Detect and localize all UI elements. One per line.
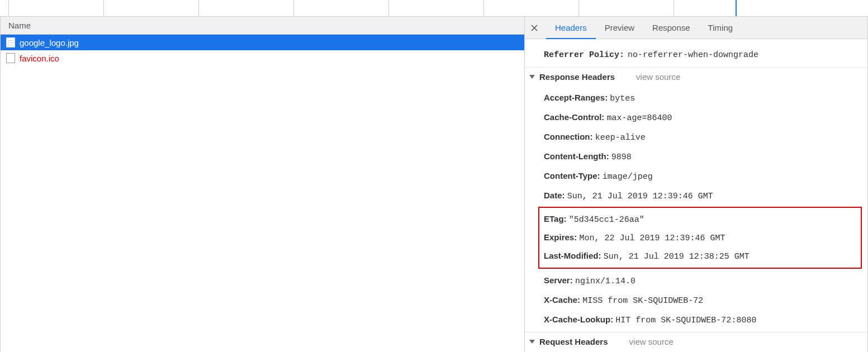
caret-down-icon <box>529 340 535 344</box>
response-header-row: Date: Sun, 21 Jul 2019 12:39:46 GMT <box>544 186 867 206</box>
response-headers-title: Response Headers <box>539 72 615 82</box>
header-value: max-age=86400 <box>607 113 672 123</box>
header-value: HIT from SK-SQUIDWEB-72:8080 <box>615 316 756 325</box>
request-filename: google_logo.jpg <box>20 38 79 47</box>
header-key: Server: <box>544 275 575 285</box>
network-request-row[interactable]: favicon.ico <box>1 50 524 66</box>
header-key: Accept-Ranges: <box>544 93 610 102</box>
response-header-row: Content-Type: image/jpeg <box>544 167 867 186</box>
header-key: Last-Modified: <box>544 251 604 260</box>
tab-headers[interactable]: Headers <box>546 17 596 39</box>
request-headers-title: Request Headers <box>539 337 608 346</box>
header-value: 9898 <box>611 153 632 162</box>
header-key: Content-Length: <box>544 151 611 161</box>
highlighted-headers: ETag: "5d345cc1-26aa"Expires: Mon, 22 Ju… <box>538 207 862 269</box>
toolbar-cell[interactable] <box>389 0 484 16</box>
general-referrer-policy: Referrer Policy:no-referrer-when-downgra… <box>525 46 867 65</box>
request-headers-section[interactable]: Request Headers view source <box>525 332 867 351</box>
tab-timing[interactable]: Timing <box>699 17 742 39</box>
file-icon <box>6 53 15 63</box>
network-request-list: google_logo.jpgfavicon.ico <box>1 35 524 352</box>
column-header-name[interactable]: Name <box>1 17 524 35</box>
close-icon[interactable] <box>528 22 540 34</box>
toolbar-cell[interactable] <box>0 0 9 16</box>
header-value: Sun, 21 Jul 2019 12:38:25 GMT <box>604 252 750 261</box>
response-header-row: Expires: Mon, 22 Jul 2019 12:39:46 GMT <box>544 229 856 247</box>
header-value: bytes <box>610 94 635 103</box>
network-request-list-panel: Name google_logo.jpgfavicon.ico <box>1 17 525 352</box>
header-key: X-Cache: <box>544 295 582 305</box>
response-header-row: Cache-Control: max-age=86400 <box>544 108 867 127</box>
toolbar-filler <box>737 0 868 16</box>
response-header-row: Content-Length: 9898 <box>544 147 867 167</box>
toolbar-cell[interactable] <box>674 0 737 16</box>
header-value: image/jpeg <box>603 172 653 182</box>
toolbar-cell[interactable] <box>9 0 104 16</box>
response-header-row: Accept-Ranges: bytes <box>544 88 867 108</box>
toolbar-tabstrip <box>0 0 868 17</box>
network-request-row[interactable]: google_logo.jpg <box>1 35 524 50</box>
header-key: Date: <box>544 191 567 200</box>
request-filename: favicon.ico <box>20 54 59 63</box>
file-icon <box>6 37 15 47</box>
tab-preview[interactable]: Preview <box>596 17 643 39</box>
toolbar-cell[interactable] <box>199 0 294 16</box>
header-value: nginx/1.14.0 <box>575 277 635 286</box>
detail-tabs: HeadersPreviewResponseTiming <box>525 17 867 39</box>
view-source-link[interactable]: view source <box>636 72 680 82</box>
header-key: Expires: <box>544 232 579 242</box>
header-key: Connection: <box>544 132 595 141</box>
toolbar-cell[interactable] <box>104 0 199 16</box>
view-source-link[interactable]: view source <box>629 337 673 346</box>
response-header-row: Last-Modified: Sun, 21 Jul 2019 12:38:25… <box>544 247 856 265</box>
toolbar-cell[interactable] <box>294 0 389 16</box>
caret-down-icon <box>529 75 535 79</box>
header-value: "5d345cc1-26aa" <box>569 215 644 225</box>
header-key: Cache-Control: <box>544 112 607 122</box>
header-key: X-Cache-Lookup: <box>544 315 615 324</box>
headers-body: Referrer Policy:no-referrer-when-downgra… <box>525 39 867 352</box>
header-key: ETag: <box>544 214 569 223</box>
tab-response[interactable]: Response <box>643 17 699 39</box>
response-header-row: X-Cache: MISS from SK-SQUIDWEB-72 <box>544 291 867 310</box>
header-value: Mon, 22 Jul 2019 12:39:46 GMT <box>579 234 725 243</box>
response-header-row: Server: nginx/1.14.0 <box>544 271 867 291</box>
header-value: Sun, 21 Jul 2019 12:39:46 GMT <box>567 192 713 201</box>
response-header-row: ETag: "5d345cc1-26aa" <box>544 210 856 229</box>
toolbar-cell[interactable] <box>484 0 579 16</box>
response-headers-section[interactable]: Response Headers view source <box>525 67 867 86</box>
header-value: keep-alive <box>595 133 646 142</box>
response-header-row: X-Cache-Lookup: HIT from SK-SQUIDWEB-72:… <box>544 310 867 330</box>
header-value: MISS from SK-SQUIDWEB-72 <box>582 296 703 306</box>
request-detail-panel: HeadersPreviewResponseTiming Referrer Po… <box>525 17 868 352</box>
toolbar-cell[interactable] <box>579 0 674 16</box>
header-key: Content-Type: <box>544 171 603 180</box>
response-header-row: Connection: keep-alive <box>544 127 867 147</box>
